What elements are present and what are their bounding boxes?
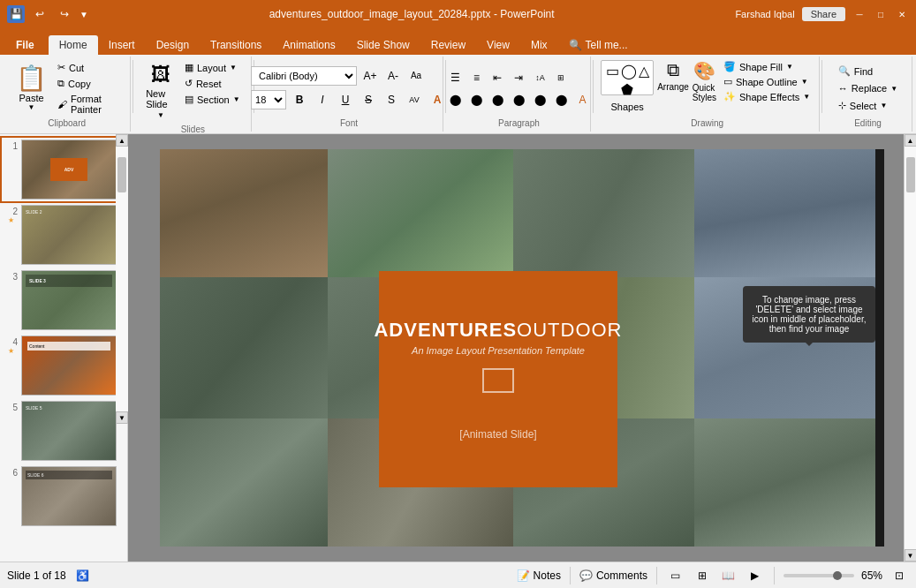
font-size-select[interactable]: 18 (251, 90, 286, 109)
tab-review[interactable]: Review (420, 35, 476, 55)
share-button[interactable]: Share (802, 7, 845, 21)
fit-slide-button[interactable]: ⊡ (890, 566, 909, 585)
format-painter-button[interactable]: 🖌 Format Painter (54, 92, 123, 117)
image-cell-1[interactable] (160, 149, 328, 277)
customize-icon[interactable]: ▼ (79, 10, 88, 19)
numbered-list-button[interactable]: ≡ (466, 68, 486, 87)
slide-thumb-6[interactable]: 6 SLIDE 6 (2, 464, 125, 528)
canvas-scroll-down[interactable]: ▼ (905, 549, 917, 562)
section-button[interactable]: ▤ Section ▼ (181, 92, 244, 107)
close-button[interactable]: ✕ (895, 7, 909, 21)
undo-button[interactable]: ↩ (30, 4, 49, 24)
font-size-increase-button[interactable]: A+ (360, 66, 380, 86)
shape-effects-button[interactable]: ✨ Shape Effects ▼ (720, 90, 814, 103)
char-spacing-button[interactable]: AV (405, 90, 424, 109)
columns-button[interactable]: ⬤ (530, 90, 549, 109)
scroll-thumb[interactable] (117, 157, 126, 192)
text-shadow-button[interactable]: S (382, 90, 401, 109)
canvas-area[interactable]: To change image, press 'DELETE' and sele… (128, 134, 916, 562)
find-button[interactable]: 🔍 Find (833, 64, 903, 79)
text-direction-button[interactable]: ↕A (530, 68, 549, 87)
minimize-button[interactable]: ─ (852, 7, 867, 21)
tab-file[interactable]: File (4, 35, 47, 55)
slide-thumb-5[interactable]: 5 SLIDE 5 (2, 399, 125, 463)
tab-slideshow[interactable]: Slide Show (346, 35, 420, 55)
tab-view[interactable]: View (476, 35, 520, 55)
tab-transitions[interactable]: Transitions (200, 35, 272, 55)
restore-button[interactable]: □ (874, 7, 888, 21)
orange-overlay[interactable]: ADVENTURESOUTDOOR An Image Layout Presen… (379, 271, 617, 487)
image-cell-12[interactable] (694, 418, 875, 547)
layout-button[interactable]: ▦ Layout ▼ (181, 60, 244, 75)
new-slide-button[interactable]: 🖼 New Slide ▼ (142, 60, 179, 123)
tab-design[interactable]: Design (146, 35, 200, 55)
scroll-up-button[interactable]: ▲ (116, 134, 128, 147)
image-cell-8[interactable]: To change image, press 'DELETE' and sele… (694, 277, 875, 418)
tab-insert[interactable]: Insert (98, 35, 146, 55)
select-button[interactable]: ⊹ Select ▼ (833, 98, 903, 113)
shape-effects-dropdown[interactable]: ▼ (803, 93, 810, 101)
tab-animations[interactable]: Animations (272, 35, 345, 55)
font-aa-button[interactable]: Aa (406, 66, 426, 86)
font-name-select[interactable]: Calibri (Body) (251, 66, 357, 86)
shapes-palette[interactable]: ▭◯△⬟ (601, 60, 654, 95)
quick-styles-button[interactable]: 🎨 (693, 60, 715, 81)
normal-view-button[interactable]: ▭ (666, 566, 685, 585)
strikethrough-button[interactable]: S (359, 90, 378, 109)
justify-button[interactable]: ⬤ (509, 90, 528, 109)
font-size-decrease-button[interactable]: A- (383, 66, 403, 86)
zoom-slider-thumb[interactable] (833, 571, 842, 580)
shapes-button[interactable]: Shapes (601, 97, 654, 117)
arrange-button[interactable]: ⧉ (667, 60, 679, 80)
canvas-scroll-up[interactable]: ▲ (905, 134, 917, 147)
cut-button[interactable]: ✂ Cut (54, 60, 123, 75)
image-cell-9[interactable] (160, 418, 328, 547)
replace-dropdown[interactable]: ▼ (890, 85, 897, 93)
align-right-button[interactable]: ⬤ (488, 90, 507, 109)
slideshow-view-button[interactable]: ▶ (746, 566, 765, 585)
underline-button[interactable]: U (336, 90, 355, 109)
new-slide-dropdown-icon[interactable]: ▼ (157, 111, 164, 119)
save-icon[interactable]: 💾 (7, 5, 25, 23)
italic-button[interactable]: I (313, 90, 332, 109)
align-center-button[interactable]: ⬤ (466, 90, 486, 109)
shape-fill-button[interactable]: 🪣 Shape Fill ▼ (720, 60, 814, 73)
notes-button[interactable]: 📝 Notes (517, 569, 561, 582)
redo-button[interactable]: ↪ (55, 4, 74, 24)
tab-mix[interactable]: Mix (520, 35, 558, 55)
paste-button[interactable]: 📋 Paste ▼ (11, 60, 52, 115)
shape-fill-dropdown[interactable]: ▼ (786, 63, 793, 71)
decrease-indent-button[interactable]: ⇤ (488, 68, 507, 87)
slide-sorter-button[interactable]: ⊞ (693, 566, 712, 585)
accessibility-button[interactable]: ♿ (73, 566, 93, 585)
canvas-scroll-thumb[interactable] (906, 157, 915, 192)
shape-outline-dropdown[interactable]: ▼ (801, 78, 808, 86)
reset-button[interactable]: ↺ Reset (181, 76, 244, 91)
bullet-list-button[interactable]: ☰ (445, 68, 465, 87)
line-spacing-button[interactable]: ⬤ (551, 90, 571, 109)
align-left-button[interactable]: ⬤ (445, 90, 465, 109)
select-dropdown[interactable]: ▼ (880, 102, 887, 109)
text-highlight-button[interactable]: A (572, 90, 592, 109)
paste-dropdown-icon[interactable]: ▼ (28, 103, 35, 111)
tab-tell-me[interactable]: 🔍 Tell me... (558, 35, 639, 55)
shape-outline-button[interactable]: ▭ Shape Outline ▼ (720, 75, 814, 88)
convert-smartart-button[interactable]: ⊞ (551, 68, 571, 87)
image-cell-4[interactable] (694, 149, 875, 277)
slide-thumb-1[interactable]: 1 ADV (2, 138, 125, 201)
scroll-down-button[interactable]: ▼ (116, 411, 128, 424)
replace-button[interactable]: ↔ Replace ▼ (833, 81, 903, 95)
slide-thumb-4[interactable]: 4 ★ Content (2, 334, 125, 397)
slide-thumb-2[interactable]: 2 ★ SLIDE 2 (2, 203, 125, 267)
bold-button[interactable]: B (290, 90, 309, 109)
image-cell-5[interactable] (160, 277, 328, 418)
image-cell-3[interactable] (513, 149, 694, 277)
increase-indent-button[interactable]: ⇥ (509, 68, 528, 87)
copy-button[interactable]: ⧉ Copy (54, 76, 123, 91)
comments-button[interactable]: 💬 Comments (579, 569, 647, 582)
reading-view-button[interactable]: 📖 (719, 566, 738, 585)
slide-thumb-3[interactable]: 3 SLIDE 3 (2, 268, 125, 332)
tab-home[interactable]: Home (49, 35, 98, 55)
image-cell-2[interactable] (328, 149, 513, 277)
zoom-slider[interactable] (784, 574, 854, 577)
